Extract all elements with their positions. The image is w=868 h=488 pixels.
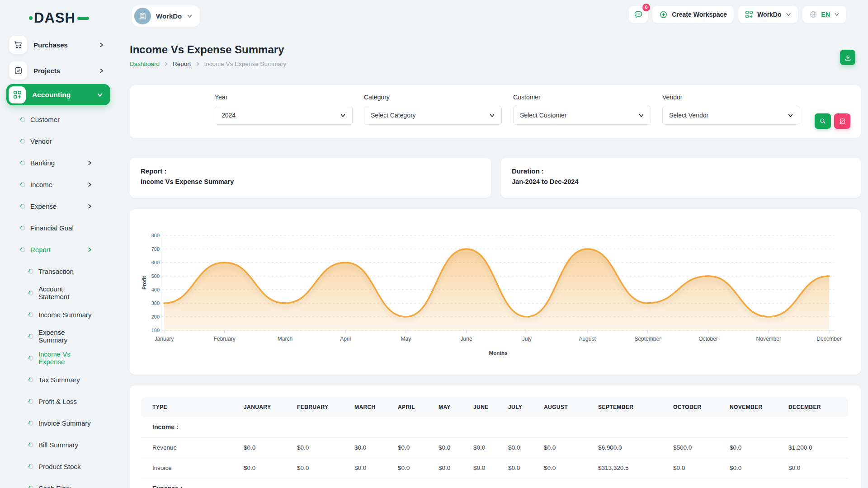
- breadcrumb: Dashboard Report Income Vs Expense Summa…: [130, 61, 286, 67]
- bullet-icon: [19, 203, 26, 210]
- sidebar-item-account-statement[interactable]: Account Statement: [0, 282, 116, 304]
- sidebar-item-projects[interactable]: Projects: [0, 61, 116, 80]
- customer-select[interactable]: Select Customer: [513, 106, 651, 125]
- sidebar-item-report[interactable]: Report: [0, 239, 116, 260]
- chevron-down-icon: [489, 113, 495, 118]
- profit-chart-card: 100200300400500600700800JanuaryFebruaryM…: [130, 209, 861, 375]
- cart-icon: [9, 36, 27, 54]
- sidebar-item-tax-summary[interactable]: Tax Summary: [0, 369, 116, 390]
- select-value: Select Vendor: [669, 112, 708, 119]
- workspace-menu-button[interactable]: WorkDo: [738, 6, 797, 23]
- sidebar-item-income-vs-expense[interactable]: Income Vs Expense: [0, 347, 116, 369]
- chevron-down-icon: [638, 113, 644, 118]
- bullet-icon: [28, 290, 34, 296]
- report-summary-card: Report : Income Vs Expense Summary: [130, 158, 491, 198]
- table-section-row: Income :: [141, 417, 848, 437]
- bullet-icon: [28, 463, 34, 470]
- sidebar-item-product-stock[interactable]: Product Stock: [0, 455, 116, 477]
- logo-dash-bar: [77, 17, 89, 20]
- table-cell: $0.0: [398, 458, 439, 478]
- create-workspace-label: Create Workspace: [672, 11, 727, 18]
- table-cell: $0.0: [244, 458, 297, 478]
- bullet-icon: [28, 355, 34, 361]
- apply-filter-button[interactable]: [815, 113, 831, 129]
- create-workspace-button[interactable]: Create Workspace: [652, 6, 734, 23]
- bullet-icon: [19, 225, 26, 231]
- filter-field-year: Year2024: [215, 94, 353, 125]
- table-cell: $0.0: [439, 437, 473, 458]
- table-section-row: Expense :: [141, 478, 848, 488]
- sidebar-item-financial-goal[interactable]: Financial Goal: [0, 217, 116, 239]
- sidebar-item-purchases[interactable]: Purchases: [0, 36, 116, 54]
- workspace-selector[interactable]: WorkDo: [132, 5, 200, 27]
- bullet-icon: [28, 485, 34, 488]
- chevron-right-icon: [195, 61, 200, 66]
- sidebar-item-profit-loss[interactable]: Profit & Loss: [0, 390, 116, 412]
- sidebar-item-expense-summary[interactable]: Expense Summary: [0, 325, 116, 347]
- table-cell: $313,320.5: [598, 458, 673, 478]
- svg-text:December: December: [816, 336, 841, 342]
- sidebar-item-accounting[interactable]: Accounting: [6, 84, 110, 105]
- sidebar-item-vendor[interactable]: Vendor: [0, 130, 116, 152]
- breadcrumb-dashboard[interactable]: Dashboard: [130, 61, 160, 67]
- table-cell: $0.0: [439, 458, 473, 478]
- income-vs-expense-page: { "colors":{"primary":"#12a759","pink":"…: [0, 0, 868, 488]
- svg-text:Months: Months: [489, 350, 508, 356]
- svg-text:500: 500: [151, 273, 160, 279]
- reset-filter-button[interactable]: [834, 113, 850, 129]
- filter-buttons: [815, 113, 850, 129]
- sidebar-item-invoice-summary[interactable]: Invoice Summary: [0, 412, 116, 434]
- svg-text:September: September: [634, 336, 661, 342]
- table-cell: $0.0: [398, 437, 439, 458]
- column-header: AUGUST: [544, 397, 598, 417]
- table-header-row: TYPEJANUARYFEBRUARYMARCHAPRILMAYJUNEJULY…: [141, 397, 848, 417]
- dash-logo[interactable]: DASH: [29, 10, 89, 26]
- svg-text:700: 700: [151, 246, 160, 252]
- language-selector[interactable]: EN: [802, 6, 846, 23]
- messages-button[interactable]: 0: [629, 6, 648, 23]
- bullet-icon: [28, 311, 34, 318]
- duration-card-title: Duration :: [512, 167, 850, 175]
- bullet-icon: [19, 181, 26, 188]
- sidebar-item-income[interactable]: Income: [0, 174, 116, 195]
- breadcrumb-report[interactable]: Report: [173, 61, 191, 67]
- sidebar-menu: CustomerVendorBankingIncomeExpenseFinanc…: [0, 108, 116, 488]
- sidebar-item-cash-flow[interactable]: Cash Flow: [0, 477, 116, 488]
- chevron-right-icon: [164, 61, 169, 66]
- sidebar-item-banking[interactable]: Banking: [0, 152, 116, 174]
- table-cell: $0.0: [297, 458, 354, 478]
- workspace-name: WorkDo: [156, 12, 182, 20]
- sidebar-item-expense[interactable]: Expense: [0, 195, 116, 217]
- svg-text:200: 200: [151, 314, 160, 319]
- sidebar-item-income-summary[interactable]: Income Summary: [0, 304, 116, 325]
- category-select[interactable]: Select Category: [364, 106, 502, 125]
- svg-text:400: 400: [151, 287, 160, 292]
- vendor-select[interactable]: Select Vendor: [662, 106, 800, 125]
- table-cell: $0.0: [473, 437, 508, 458]
- svg-text:Profit: Profit: [142, 276, 147, 290]
- download-button[interactable]: [840, 50, 855, 65]
- check-square-icon: [9, 61, 27, 80]
- table-cell: $0.0: [354, 437, 398, 458]
- workspace-avatar: [134, 8, 151, 24]
- table-cell: $500.0: [673, 437, 730, 458]
- table-cell: $0.0: [508, 437, 544, 458]
- sidebar-item-customer[interactable]: Customer: [0, 108, 116, 130]
- table-cell: $0.0: [544, 437, 598, 458]
- table-cell: $0.0: [673, 458, 730, 478]
- year-select[interactable]: 2024: [215, 106, 353, 125]
- sidebar-item-transaction[interactable]: Transaction: [0, 260, 116, 282]
- filter-card: Year2024CategorySelect CategoryCustomerS…: [130, 85, 861, 138]
- chevron-right-icon: [87, 203, 93, 209]
- income-expense-table-card: TYPEJANUARYFEBRUARYMARCHAPRILMAYJUNEJULY…: [130, 385, 861, 488]
- svg-text:300: 300: [151, 300, 160, 306]
- column-header: JULY: [508, 397, 544, 417]
- chat-icon: [633, 9, 643, 19]
- table-cell: $0.0: [544, 458, 598, 478]
- column-header: MARCH: [354, 397, 398, 417]
- column-header: JANUARY: [244, 397, 297, 417]
- page-title: Income Vs Expense Summary: [130, 43, 284, 56]
- table-cell: $0.0: [730, 437, 788, 458]
- sidebar-item-bill-summary[interactable]: Bill Summary: [0, 434, 116, 455]
- chevron-right-icon: [87, 182, 93, 188]
